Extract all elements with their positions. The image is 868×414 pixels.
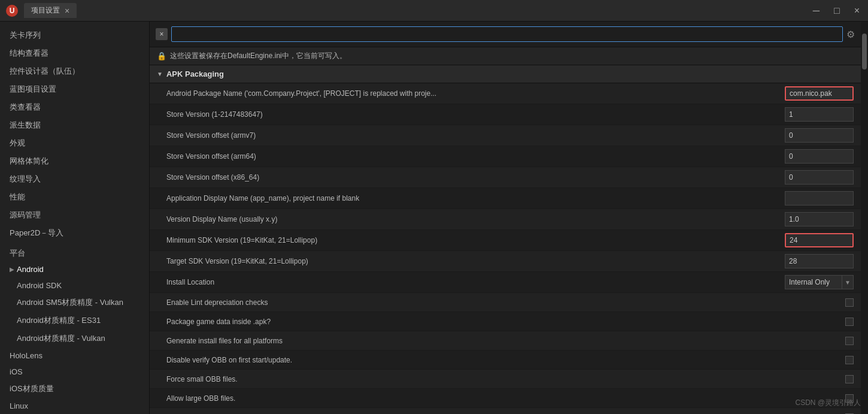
setting-row-allow_large_obb: Allow large OBB files. xyxy=(150,389,861,408)
setting-row-target_sdk: Target SDK Version (19=KitKat, 21=Lollip… xyxy=(150,251,861,272)
sidebar-item-yuanma[interactable]: 源码管理 xyxy=(0,206,149,224)
setting-control-disable_verify_obb xyxy=(782,356,854,364)
setting-label-disable_verify_obb: Disable verify OBB on first start/update… xyxy=(166,356,782,364)
setting-label-package_game_data: Package game data inside .apk? xyxy=(166,318,782,326)
sidebar: 关卡序列结构查看器控件设计器（队伍）蓝图项目设置类查看器派生数据外观网格体简化纹… xyxy=(0,22,150,414)
main-layout: 关卡序列结构查看器控件设计器（队伍）蓝图项目设置类查看器派生数据外观网格体简化纹… xyxy=(0,22,868,414)
sidebar-item-android_vulkan[interactable]: Android材质精度 - Vulkan xyxy=(0,330,149,347)
setting-label-install_location: Install Location xyxy=(166,278,782,286)
sidebar-item-android_sdk[interactable]: Android SDK xyxy=(0,277,149,294)
setting-control-store_version xyxy=(782,107,854,122)
vertical-scrollbar[interactable] xyxy=(861,22,868,414)
sidebar-section-pingtai_section: 平台 xyxy=(0,242,149,261)
search-bar: × ⚙ xyxy=(150,22,861,47)
checkbox-force_small_obb[interactable] xyxy=(845,375,854,383)
sidebar-item-android_es31[interactable]: Android材质精度 - ES31 xyxy=(0,312,149,330)
setting-row-store_version_offset_x86_64: Store Version offset (x86_64) xyxy=(150,167,861,188)
setting-row-android_package_name: Android Package Name ('com.Company.Proje… xyxy=(150,83,861,104)
watermark: CSDN @灵境引路人 xyxy=(795,398,861,408)
close-button[interactable]: × xyxy=(851,4,863,17)
search-input[interactable] xyxy=(171,26,843,42)
setting-control-generate_install_files xyxy=(782,337,854,345)
setting-label-version_display_name: Version Display Name (usually x.y) xyxy=(166,215,782,223)
text-input-store_version[interactable] xyxy=(785,107,854,122)
text-input-version_display_name[interactable] xyxy=(785,212,854,226)
sidebar-item-paper2d[interactable]: Paper2D－导入 xyxy=(0,224,149,242)
text-input-store_version_offset_arm64[interactable] xyxy=(785,149,854,164)
dropdown-value-install_location: Internal Only xyxy=(785,278,842,286)
minimize-button[interactable]: ─ xyxy=(809,4,823,17)
checkbox-package_game_data[interactable] xyxy=(845,318,854,326)
expand-arrow: ▶ xyxy=(10,266,14,273)
text-input-target_sdk[interactable] xyxy=(785,254,854,268)
setting-row-package_game_data: Package game data inside .apk? xyxy=(150,312,861,331)
setting-row-app_display_name: Application Display Name (app_name), pro… xyxy=(150,188,861,209)
text-input-app_display_name[interactable] xyxy=(785,191,854,206)
sidebar-item-paishengshuju[interactable]: 派生数据 xyxy=(0,116,149,134)
tab-label: 项目设置 xyxy=(31,5,60,16)
sidebar-item-kachazulie[interactable]: 关卡序列 xyxy=(0,26,149,44)
sidebar-item-kongjiansheji[interactable]: 控件设计器（队伍） xyxy=(0,62,149,80)
maximize-button[interactable]: □ xyxy=(830,4,843,17)
setting-label-app_display_name: Application Display Name (app_name), pro… xyxy=(166,194,782,203)
setting-control-store_version_offset_arm64 xyxy=(782,149,854,164)
setting-label-enable_lint: Enable Lint depreciation checks xyxy=(166,298,782,307)
sidebar-item-wangge[interactable]: 网格体简化 xyxy=(0,152,149,170)
text-input-minimum_sdk[interactable] xyxy=(785,233,854,247)
setting-control-force_small_obb xyxy=(782,375,854,383)
checkbox-generate_install_files[interactable] xyxy=(845,337,854,345)
setting-row-minimum_sdk: Minimum SDK Version (19=KitKat, 21=Lolli… xyxy=(150,230,861,251)
lock-icon: 🔒 xyxy=(157,52,166,61)
section-label: APK Packaging xyxy=(166,69,224,78)
setting-row-enable_lint: Enable Lint depreciation checks xyxy=(150,293,861,312)
sidebar-item-wenlidaoru[interactable]: 纹理导入 xyxy=(0,170,149,188)
setting-control-app_display_name xyxy=(782,191,854,206)
text-input-store_version_offset_x86_64[interactable] xyxy=(785,170,854,185)
setting-control-install_location: Internal Only▼ xyxy=(782,275,854,289)
sidebar-item-linux[interactable]: Linux xyxy=(0,398,149,414)
setting-row-allow_patch_obb: Allow patch OBB file. xyxy=(150,408,861,414)
window-controls: ─ □ × xyxy=(809,4,863,17)
text-input-store_version_offset_armv7[interactable] xyxy=(785,128,854,143)
sidebar-item-leichakangqi[interactable]: 类查看器 xyxy=(0,98,149,116)
setting-label-minimum_sdk: Minimum SDK Version (19=KitKat, 21=Lolli… xyxy=(166,236,782,244)
setting-label-target_sdk: Target SDK Version (19=KitKat, 21=Lollip… xyxy=(166,257,782,265)
setting-label-store_version_offset_arm64: Store Version offset (arm64) xyxy=(166,152,782,161)
info-message: 这些设置被保存在DefaultEngine.ini中，它当前可写入。 xyxy=(170,51,347,61)
section-collapse-arrow: ▼ xyxy=(157,71,163,77)
sidebar-item-jiegou[interactable]: 结构查看器 xyxy=(0,44,149,62)
project-settings-tab[interactable]: 项目设置 × xyxy=(24,3,77,18)
setting-label-store_version_offset_armv7: Store Version offset (armv7) xyxy=(166,131,782,140)
setting-label-store_version: Store Version (1-2147483647) xyxy=(166,110,782,119)
apk-packaging-section-header[interactable]: ▼ APK Packaging xyxy=(150,65,861,83)
sidebar-item-xingneng[interactable]: 性能 xyxy=(0,188,149,206)
sidebar-item-hololens[interactable]: HoloLens xyxy=(0,347,149,364)
dropdown-install_location[interactable]: Internal Only▼ xyxy=(785,275,854,289)
sidebar-item-android[interactable]: ▶Android xyxy=(0,261,149,277)
info-bar: 🔒 这些设置被保存在DefaultEngine.ini中，它当前可写入。 xyxy=(150,47,861,65)
setting-label-force_small_obb: Force small OBB files. xyxy=(166,375,782,383)
svg-text:U: U xyxy=(10,7,15,15)
checkbox-disable_verify_obb[interactable] xyxy=(845,356,854,364)
scrollbar-thumb[interactable] xyxy=(862,34,867,69)
sidebar-item-ios[interactable]: iOS xyxy=(0,364,149,380)
setting-row-install_location: Install LocationInternal Only▼ xyxy=(150,272,861,293)
setting-control-version_display_name xyxy=(782,212,854,226)
search-clear-button[interactable]: × xyxy=(156,28,168,40)
setting-control-package_game_data xyxy=(782,318,854,326)
checkbox-enable_lint[interactable] xyxy=(845,298,854,307)
setting-row-store_version: Store Version (1-2147483647) xyxy=(150,104,861,125)
sidebar-item-android_sm5_vulkan[interactable]: Android SM5材质精度 - Vulkan xyxy=(0,294,149,312)
text-input-android_package_name[interactable] xyxy=(785,86,854,101)
gear-icon[interactable]: ⚙ xyxy=(846,29,855,40)
dropdown-arrow-icon: ▼ xyxy=(842,276,853,289)
setting-control-store_version_offset_x86_64 xyxy=(782,170,854,185)
titlebar: U 项目设置 × ─ □ × xyxy=(0,0,868,22)
sidebar-item-ios_material[interactable]: iOS材质质量 xyxy=(0,380,149,398)
tab-close-button[interactable]: × xyxy=(65,6,69,16)
setting-control-store_version_offset_armv7 xyxy=(782,128,854,143)
sidebar-item-lantu[interactable]: 蓝图项目设置 xyxy=(0,80,149,98)
content-area: × ⚙ 🔒 这些设置被保存在DefaultEngine.ini中，它当前可写入。… xyxy=(150,22,861,414)
setting-control-enable_lint xyxy=(782,298,854,307)
sidebar-item-waiguan[interactable]: 外观 xyxy=(0,134,149,152)
